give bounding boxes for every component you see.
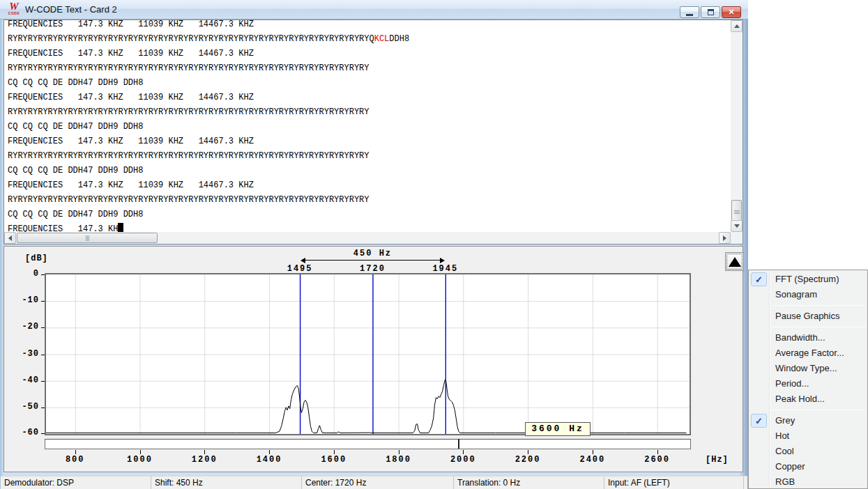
menu-item-label: RGB [775, 476, 795, 487]
frequency-slider-thumb[interactable] [458, 439, 459, 449]
db-tick-label: -60 [7, 428, 39, 437]
hz-axis-unit-label: [Hz] [706, 455, 743, 465]
menu-item-peak-hold[interactable]: Peak Hold... [749, 391, 867, 407]
hz-tick-mark [334, 450, 335, 454]
scrollbar-corner [731, 232, 743, 244]
terminal-line: FREQUENCIES 147.3 KHZ 11039 KHZ 14467.3 … [8, 178, 730, 193]
window-title: W-CODE Text - Card 2 [25, 4, 117, 15]
menu-item-label: Cool [775, 446, 794, 456]
spectrum-panel: [dB] 450 Hz149517201945 0-10-20-30-40-50… [3, 246, 743, 472]
menu-item-grey[interactable]: ✓Grey [749, 413, 867, 428]
arrow-head-right-icon [440, 258, 445, 263]
restore-icon [708, 9, 714, 15]
menu-item-label: Peak Hold... [775, 394, 825, 404]
menu-item-label: Window Type... [775, 363, 837, 373]
db-tick-label: -50 [7, 402, 39, 412]
terminal-line: RYRYRYRYRYRYRYRYRYRYRYRYRYRYRYRYRYRYRYRY… [8, 105, 730, 120]
value-tooltip: 3600 Hz [525, 422, 591, 436]
db-tick-mark [41, 408, 45, 408]
db-tick-mark [41, 433, 45, 434]
hz-tick-mark [463, 450, 464, 454]
hz-tick-mark [75, 450, 76, 454]
scroll-up-button[interactable] [731, 20, 743, 32]
statusbar: Demodulator: DSPShift: 450 HzCenter: 172… [1, 476, 747, 489]
status-segment: Translation: 0 Hz [454, 476, 604, 489]
terminal-line: FREQUENCIES 147.3 KHZ 11039 KHZ 14467.3 … [8, 134, 730, 149]
status-segment: Shift: 450 Hz [151, 476, 302, 489]
hz-tick-mark [593, 450, 593, 454]
menu-item-rgb[interactable]: RGB [749, 474, 867, 489]
wcode-logo-icon: W CODE [6, 2, 22, 17]
minimize-button[interactable] [680, 6, 699, 18]
menu-item-label: Sonagram [775, 289, 817, 300]
menu-item-fft-spectrum[interactable]: ✓FFT (Spectrum) [749, 272, 867, 287]
menu-item-cool[interactable]: Cool [749, 444, 867, 459]
menu-item-label: Grey [775, 415, 795, 426]
hz-tick-mark [204, 450, 205, 454]
fft-spectrum-curve [46, 274, 690, 434]
hz-tick-label: 1800 [376, 455, 421, 465]
menu-item-window-type[interactable]: Window Type... [749, 361, 867, 376]
scroll-left-button[interactable] [4, 232, 16, 244]
frequency-slider[interactable] [45, 439, 691, 449]
spectrum-menu-button[interactable] [725, 252, 744, 271]
terminal-line: CQ CQ CQ DE DDH47 DDH9 DDH8 [8, 208, 730, 222]
restore-button[interactable] [701, 6, 720, 18]
db-tick-label: -30 [7, 349, 39, 359]
triangle-icon [729, 257, 741, 267]
menu-item-copper[interactable]: Copper [749, 459, 867, 474]
arrow-right-icon [723, 235, 726, 241]
arrow-down-icon [734, 224, 740, 228]
menu-item-period[interactable]: Period... [749, 376, 867, 391]
horizontal-scrollbar[interactable] [4, 232, 731, 244]
menu-separator [772, 410, 866, 410]
arrow-left-icon [8, 235, 12, 241]
menu-separator [772, 327, 866, 327]
terminal-line: FREQUENCIES 147.3 KHZ 11039 KHZ 14467.3 … [8, 47, 730, 61]
decoded-text[interactable]: FREQUENCIES 147.3 KHZ 11039 KHZ 14467.3 … [5, 20, 730, 232]
menu-item-bandwidth[interactable]: Bandwidth... [749, 330, 867, 346]
terminal-line: CQ CQ CQ DE DDH47 DDH9 DDH8 [8, 76, 730, 91]
menu-separator [772, 305, 866, 306]
close-button[interactable]: ✕ [722, 6, 741, 18]
scroll-right-button[interactable] [719, 232, 731, 244]
arrow-up-icon [734, 24, 740, 28]
db-tick-mark [41, 327, 45, 328]
fft-plot[interactable] [45, 273, 691, 435]
menu-item-label: Average Factor... [775, 348, 844, 358]
hz-tick-mark [269, 450, 270, 454]
menu-item-sonagram[interactable]: Sonagram [749, 287, 867, 302]
menu-item-label: Copper [775, 461, 805, 472]
hz-tick-label: 2200 [505, 455, 550, 465]
db-tick-mark [41, 381, 45, 382]
terminal-line: CQ CQ CQ DE DDH47 DDH9 DDH8 [8, 120, 730, 134]
menu-item-average-factor[interactable]: Average Factor... [749, 346, 867, 361]
vertical-scrollbar[interactable] [731, 20, 743, 232]
scroll-down-button[interactable] [731, 220, 743, 232]
horizontal-scroll-thumb[interactable] [17, 233, 158, 243]
hz-tick-label: 1200 [182, 455, 227, 465]
db-tick-mark [41, 274, 45, 275]
terminal-line: FREQUENCIES 147.3 KH [8, 222, 730, 232]
hz-tick-label: 2000 [441, 455, 485, 465]
checkmark-icon: ✓ [751, 272, 767, 286]
titlebar: W CODE W-CODE Text - Card 2 ✕ [0, 0, 748, 20]
menu-item-label: Hot [775, 430, 789, 441]
minimize-icon [686, 14, 693, 16]
menu-item-hot[interactable]: Hot [749, 428, 867, 444]
menu-item-label: FFT (Spectrum) [775, 274, 839, 284]
spectrum-context-menu: ✓FFT (Spectrum)SonagramPause GraphicsBan… [748, 270, 868, 489]
db-tick-label: 0 [7, 269, 39, 279]
marker-frequency-label: 1720 [348, 264, 397, 274]
menu-item-pause-graphics[interactable]: Pause Graphics [749, 309, 867, 324]
terminal-line: FREQUENCIES 147.3 KHZ 11039 KHZ 14467.3 … [8, 91, 730, 105]
decoded-text-pane: FREQUENCIES 147.3 KHZ 11039 KHZ 14467.3 … [3, 20, 743, 244]
status-segment: Demodulator: DSP [1, 476, 151, 489]
hz-tick-label: 1600 [312, 455, 356, 465]
hz-tick-label: 1400 [247, 455, 291, 465]
hz-tick-mark [399, 450, 399, 454]
terminal-line: RYRYRYRYRYRYRYRYRYRYRYRYRYRYRYRYRYRYRYRY… [8, 32, 730, 47]
marker-frequency-label: 1495 [275, 264, 324, 274]
db-tick-mark [41, 301, 45, 302]
terminal-line: RYRYRYRYRYRYRYRYRYRYRYRYRYRYRYRYRYRYRYRY… [8, 61, 730, 76]
